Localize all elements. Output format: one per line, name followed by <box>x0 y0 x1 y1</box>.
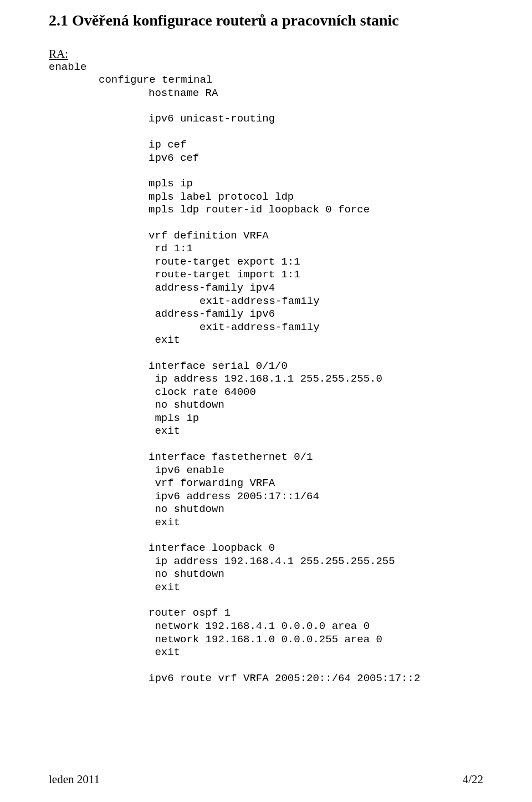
config-line: vrf definition VRFA <box>49 230 483 243</box>
config-line: exit <box>49 516 483 530</box>
footer-page-number: 4/22 <box>463 773 483 786</box>
footer-date: leden 2011 <box>49 773 100 786</box>
config-line: mpls ip <box>49 177 483 191</box>
config-line: interface serial 0/1/0 <box>49 360 483 373</box>
config-line: rd 1:1 <box>49 242 483 256</box>
blank-line <box>49 100 483 113</box>
config-line: exit-address-family <box>49 321 483 334</box>
device-label-text: RA: <box>49 47 68 60</box>
blank-line <box>49 529 483 542</box>
config-line: mpls ip <box>49 412 483 425</box>
config-line: no shutdown <box>49 503 483 516</box>
config-line: ipv6 cef <box>49 152 483 165</box>
config-line: route-target import 1:1 <box>49 268 483 282</box>
config-line: no shutdown <box>49 399 483 412</box>
config-line: network 192.168.4.1 0.0.0.0 area 0 <box>49 620 483 633</box>
blank-line <box>49 347 483 360</box>
config-line: network 192.168.1.0 0.0.0.255 area 0 <box>49 633 483 647</box>
blank-line <box>49 126 483 139</box>
blank-line <box>49 594 483 607</box>
blank-line <box>49 165 483 177</box>
page-footer: leden 2011 4/22 <box>49 773 483 786</box>
config-line: address-family ipv4 <box>49 282 483 295</box>
config-line: mpls ldp router-id loopback 0 force <box>49 204 483 217</box>
blank-line <box>49 659 483 672</box>
config-line: no shutdown <box>49 568 483 581</box>
config-line: exit <box>49 646 483 659</box>
config-line: hostname RA <box>49 87 483 100</box>
config-line: interface loopback 0 <box>49 542 483 555</box>
config-line: vrf forwarding VRFA <box>49 477 483 490</box>
config-code-block: enableconfigure terminalhostname RAipv6 … <box>49 61 483 685</box>
config-line: router ospf 1 <box>49 607 483 620</box>
config-line: ip cef <box>49 139 483 152</box>
config-line: ipv6 route vrf VRFA 2005:20::/64 2005:17… <box>49 672 483 686</box>
config-line: exit <box>49 581 483 595</box>
section-heading: 2.1 Ověřená konfigurace routerů a pracov… <box>49 11 483 30</box>
config-line: exit <box>49 334 483 347</box>
config-line: exit-address-family <box>49 295 483 308</box>
config-line: ip address 192.168.4.1 255.255.255.255 <box>49 555 483 568</box>
config-line: clock rate 64000 <box>49 386 483 399</box>
config-line: ip address 192.168.1.1 255.255.255.0 <box>49 373 483 386</box>
page: 2.1 Ověřená konfigurace routerů a pracov… <box>0 0 532 802</box>
config-line: interface fastethernet 0/1 <box>49 451 483 464</box>
config-line: ipv6 enable <box>49 464 483 478</box>
blank-line <box>49 438 483 451</box>
config-line: enable <box>49 61 483 74</box>
config-line: ipv6 unicast-routing <box>49 113 483 126</box>
blank-line <box>49 217 483 230</box>
config-line: exit <box>49 425 483 438</box>
device-label-ra: RA: <box>49 47 483 61</box>
config-line: configure terminal <box>49 74 483 87</box>
config-line: ipv6 address 2005:17::1/64 <box>49 490 483 504</box>
config-line: mpls label protocol ldp <box>49 191 483 204</box>
config-line: route-target export 1:1 <box>49 256 483 269</box>
config-line: address-family ipv6 <box>49 308 483 321</box>
